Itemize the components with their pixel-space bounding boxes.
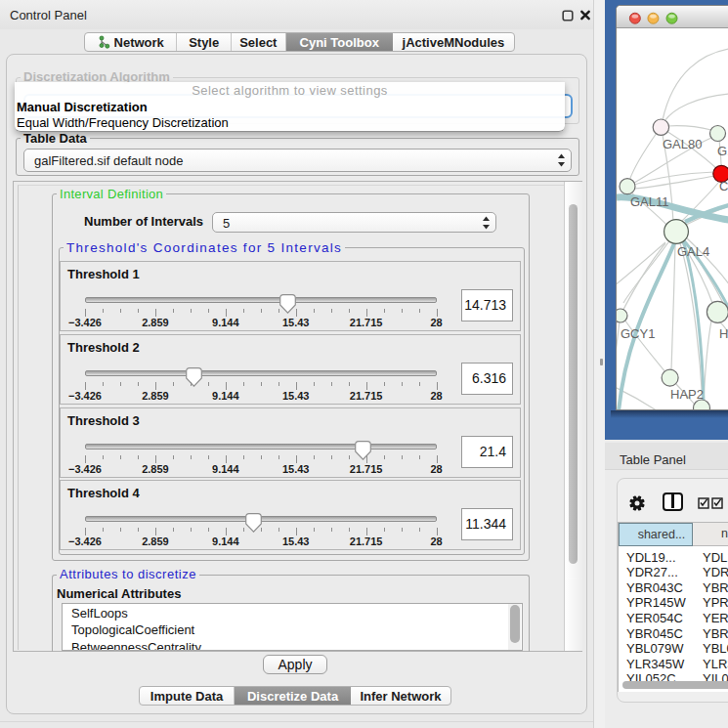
svg-text:GAL80: GAL80: [663, 137, 702, 151]
svg-text:C: C: [719, 179, 728, 193]
svg-text:H.: H.: [719, 326, 728, 341]
svg-text:GCY1: GCY1: [621, 326, 655, 341]
svg-text:HAP2: HAP2: [670, 387, 704, 402]
svg-text:GAL4: GAL4: [677, 244, 709, 259]
svg-text:G.: G.: [717, 144, 728, 158]
svg-text:GAL11: GAL11: [630, 194, 669, 209]
